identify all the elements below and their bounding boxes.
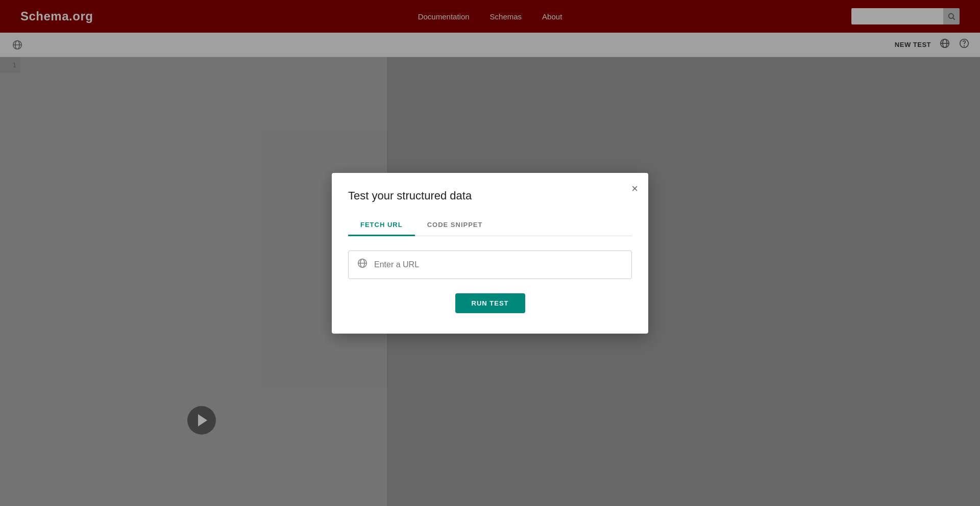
dialog-close-button[interactable]: × <box>631 183 638 194</box>
dialog-tabs: FETCH URL CODE SNIPPET <box>348 215 632 236</box>
tab-code-snippet[interactable]: CODE SNIPPET <box>415 215 495 236</box>
url-input[interactable] <box>374 260 623 269</box>
url-input-wrapper <box>348 250 632 279</box>
dialog: Test your structured data × FETCH URL CO… <box>332 173 648 334</box>
run-test-button[interactable]: RUN TEST <box>455 293 525 313</box>
tab-fetch-url[interactable]: FETCH URL <box>348 215 415 236</box>
modal-overlay[interactable]: Test your structured data × FETCH URL CO… <box>0 0 980 506</box>
dialog-title: Test your structured data <box>348 189 632 203</box>
url-globe-icon <box>357 258 368 271</box>
